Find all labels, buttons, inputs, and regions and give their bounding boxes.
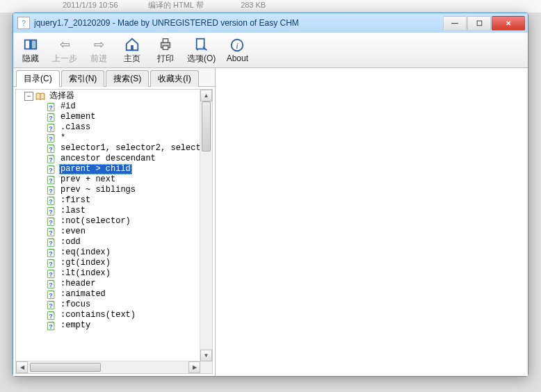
maximize-button[interactable]: ☐ <box>467 16 491 31</box>
tree-item[interactable]: ?:animated <box>47 289 212 300</box>
hscroll-thumb[interactable] <box>30 363 101 372</box>
help-page-icon: ? <box>47 102 56 112</box>
toolbar: 隐藏 上一步 前进 主页 打印 选项(O) <box>13 33 528 68</box>
help-page-icon: ? <box>47 113 56 122</box>
tree-item[interactable]: ?:eq(index) <box>47 247 212 258</box>
tree-item-label: .class <box>59 122 92 133</box>
tree-item[interactable]: ?#id <box>47 101 212 112</box>
help-page-icon: ? <box>47 217 56 227</box>
help-page-icon: ? <box>47 154 56 164</box>
minimize-button[interactable]: — <box>443 16 467 31</box>
svg-text:?: ? <box>49 323 52 330</box>
svg-text:?: ? <box>49 156 52 163</box>
help-page-icon: ? <box>47 165 56 174</box>
svg-text:?: ? <box>49 219 52 226</box>
tree-item[interactable]: ?:focus <box>47 300 212 310</box>
tree-item[interactable]: ?:even <box>47 227 212 237</box>
home-button[interactable]: 主页 <box>120 36 144 65</box>
help-page-icon: ? <box>47 321 56 331</box>
back-button[interactable]: 上一步 <box>52 36 77 65</box>
tree-item[interactable]: ?prev ~ siblings <box>47 185 212 195</box>
help-page-icon: ? <box>47 300 56 310</box>
scroll-left-arrow[interactable]: ◀ <box>16 361 28 373</box>
tree-item[interactable]: ?:odd <box>47 237 212 247</box>
tab-search[interactable]: 搜索(S) <box>106 70 149 87</box>
tree-item[interactable]: ?:first <box>47 195 212 206</box>
svg-text:?: ? <box>49 281 52 288</box>
svg-text:?: ? <box>49 292 52 299</box>
tree-item-label: :animated <box>59 289 107 300</box>
help-page-icon: ? <box>47 196 56 206</box>
print-label: 打印 <box>157 53 174 65</box>
help-page-icon: ? <box>47 123 56 133</box>
main-area: 目录(C) 索引(N) 搜索(S) 收藏夹(I) −选择器?#id?elemen… <box>13 68 528 376</box>
scroll-right-arrow[interactable]: ▶ <box>188 361 200 373</box>
svg-text:?: ? <box>49 188 52 195</box>
tree-item[interactable]: ?* <box>47 133 212 143</box>
hide-label: 隐藏 <box>22 53 39 65</box>
vertical-scrollbar[interactable]: ▲ ▼ <box>200 90 212 361</box>
svg-text:?: ? <box>49 125 52 132</box>
tree-item[interactable]: ?:last <box>47 206 212 216</box>
scroll-up-arrow[interactable]: ▲ <box>200 90 212 101</box>
tree-item[interactable]: ?parent > child <box>47 164 212 174</box>
options-button[interactable]: 选项(O) <box>187 36 216 65</box>
help-page-icon: ? <box>47 227 56 237</box>
tree-item[interactable]: ?:not(selector) <box>47 216 212 227</box>
tab-favorites[interactable]: 收藏夹(I) <box>150 70 198 87</box>
tree-item[interactable]: ?ancestor descendant <box>47 154 212 164</box>
options-label: 选项(O) <box>187 53 216 65</box>
tree-item-label: parent > child <box>59 164 132 174</box>
tree-item[interactable]: ?:gt(index) <box>47 258 212 268</box>
app-icon: ? <box>17 17 30 29</box>
tree-item[interactable]: ?:contains(text) <box>47 310 212 320</box>
about-button[interactable]: i About <box>225 37 249 63</box>
forward-icon <box>90 36 107 53</box>
hide-button[interactable]: 隐藏 <box>19 36 42 65</box>
vscroll-thumb[interactable] <box>202 101 211 152</box>
horizontal-scrollbar[interactable]: ◀ ▶ <box>16 361 200 373</box>
help-page-icon: ? <box>47 248 56 258</box>
caption-buttons: — ☐ ✕ <box>442 16 525 31</box>
tree-item-label: #id <box>59 101 77 112</box>
tree-item-label: :even <box>59 227 87 237</box>
tree-children: ?#id?element?.class?*?selector1, selecto… <box>19 101 212 331</box>
collapse-icon[interactable]: − <box>24 92 33 101</box>
hide-icon <box>22 36 39 53</box>
bg-desc: 编译的 HTML 帮 <box>148 0 239 10</box>
content-pane <box>216 68 528 376</box>
scroll-down-arrow[interactable]: ▼ <box>200 350 212 361</box>
help-page-icon: ? <box>47 206 56 216</box>
svg-text:?: ? <box>49 229 52 236</box>
tree-root-label: 选择器 <box>48 91 76 101</box>
tree-item-label: ancestor descendant <box>59 154 157 164</box>
print-button[interactable]: 打印 <box>154 36 177 65</box>
tree-item[interactable]: ?element <box>47 112 212 122</box>
svg-rect-0 <box>25 40 30 49</box>
tree-item[interactable]: ?:lt(index) <box>47 268 212 279</box>
close-button[interactable]: ✕ <box>492 16 525 31</box>
svg-text:?: ? <box>49 250 52 257</box>
svg-text:?: ? <box>49 271 52 278</box>
left-pane: 目录(C) 索引(N) 搜索(S) 收藏夹(I) −选择器?#id?elemen… <box>13 68 216 376</box>
svg-text:?: ? <box>49 136 52 142</box>
svg-rect-4 <box>163 38 168 42</box>
back-icon <box>56 36 73 53</box>
svg-text:?: ? <box>49 313 52 320</box>
tree-root-node[interactable]: −选择器 <box>19 91 212 101</box>
tab-favorites-label: 收藏夹(I) <box>158 74 191 83</box>
vscroll-track[interactable] <box>200 101 212 350</box>
background-explorer-row: 2011/1/19 10:56 编译的 HTML 帮 283 KB <box>0 0 541 13</box>
tree-item[interactable]: ?selector1, selector2, selectorN <box>47 143 212 154</box>
forward-button[interactable]: 前进 <box>87 36 111 65</box>
tree-item[interactable]: ?:empty <box>47 320 212 331</box>
svg-text:i: i <box>236 41 239 51</box>
tab-contents[interactable]: 目录(C) <box>16 70 60 87</box>
tab-search-label: 搜索(S) <box>113 74 141 83</box>
tab-index[interactable]: 索引(N) <box>61 70 105 87</box>
tree-item[interactable]: ?.class <box>47 122 212 133</box>
tree-item-label: :first <box>59 195 92 206</box>
tree-item[interactable]: ?prev + next <box>47 174 212 185</box>
tree-item[interactable]: ?:header <box>47 279 212 289</box>
contents-tree[interactable]: −选择器?#id?element?.class?*?selector1, sel… <box>16 90 212 374</box>
